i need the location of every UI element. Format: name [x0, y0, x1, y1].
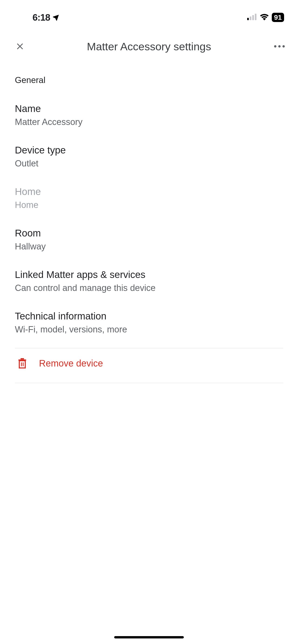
- setting-title: Technical information: [15, 311, 283, 322]
- setting-room[interactable]: Room Hallway: [15, 219, 283, 260]
- remove-device-button[interactable]: Remove device: [15, 348, 283, 378]
- setting-device-type[interactable]: Device type Outlet: [15, 136, 283, 177]
- setting-title: Name: [15, 103, 283, 114]
- battery-indicator: 91: [272, 13, 284, 22]
- status-right: 91: [247, 13, 284, 22]
- svg-point-4: [274, 45, 276, 48]
- status-time: 6:18: [33, 12, 50, 23]
- location-icon: [53, 13, 60, 22]
- more-options-button[interactable]: [272, 40, 286, 53]
- trash-icon: [17, 358, 27, 369]
- svg-rect-1: [250, 16, 251, 20]
- setting-title: Linked Matter apps & services: [15, 269, 283, 280]
- svg-rect-8: [21, 358, 24, 360]
- setting-title: Home: [15, 186, 283, 197]
- setting-value: Hallway: [15, 242, 283, 252]
- setting-title: Room: [15, 228, 283, 239]
- svg-point-5: [278, 45, 280, 48]
- svg-rect-0: [247, 18, 249, 20]
- remove-device-label: Remove device: [39, 358, 103, 368]
- status-left: 6:18: [33, 12, 60, 23]
- setting-title: Device type: [15, 145, 283, 156]
- setting-value: Can control and manage this device: [15, 283, 283, 293]
- setting-name[interactable]: Name Matter Accessory: [15, 94, 283, 136]
- more-horizontal-icon: [274, 45, 285, 48]
- setting-linked-apps[interactable]: Linked Matter apps & services Can contro…: [15, 260, 283, 302]
- divider: [15, 383, 283, 383]
- svg-rect-2: [252, 15, 254, 20]
- setting-value: Wi-Fi, model, versions, more: [15, 324, 283, 334]
- setting-value: Outlet: [15, 158, 283, 168]
- close-button[interactable]: [13, 40, 27, 53]
- nav-bar: Matter Accessory settings: [0, 28, 298, 60]
- close-icon: [15, 41, 25, 52]
- svg-point-6: [282, 45, 285, 48]
- status-bar: 6:18 91: [0, 0, 298, 28]
- wifi-icon: [260, 14, 269, 21]
- setting-value: Home: [15, 200, 283, 210]
- setting-value: Matter Accessory: [15, 117, 283, 127]
- home-indicator[interactable]: [114, 636, 184, 638]
- settings-content: General Name Matter Accessory Device typ…: [0, 60, 298, 383]
- section-header-general: General: [15, 60, 283, 94]
- cellular-signal-icon: [247, 14, 257, 21]
- page-title: Matter Accessory settings: [87, 40, 211, 53]
- setting-technical-info[interactable]: Technical information Wi-Fi, model, vers…: [15, 302, 283, 343]
- svg-rect-3: [255, 14, 256, 20]
- setting-home: Home Home: [15, 177, 283, 219]
